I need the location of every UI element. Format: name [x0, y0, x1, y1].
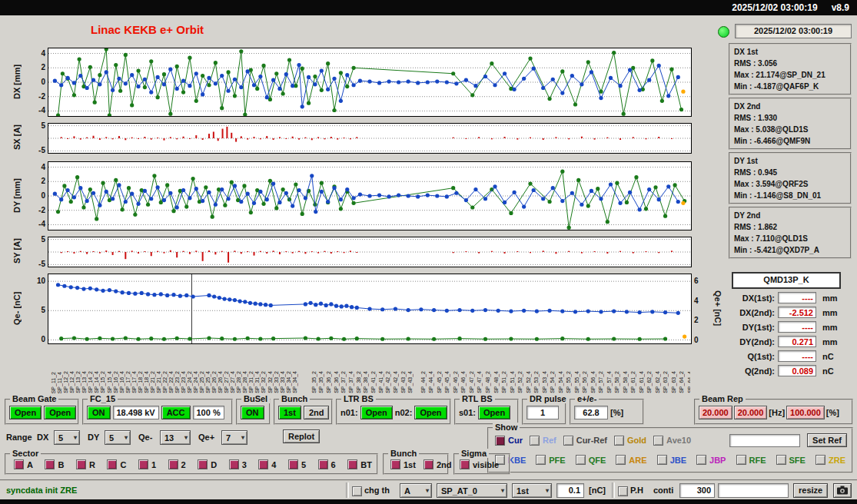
checkbox-item-2nd[interactable]: 2nd: [424, 459, 452, 469]
checkbox-item-rfe[interactable]: RFE: [736, 455, 766, 465]
checkbox-jbe[interactable]: [657, 455, 667, 465]
ltr-n01-open-button[interactable]: Open: [360, 406, 393, 419]
checkbox-item-sfe[interactable]: SFE: [776, 455, 806, 465]
sy-axis-title: SY [A]: [11, 235, 23, 267]
checkbox-item-cur-ref[interactable]: Cur-Ref: [563, 436, 607, 446]
range-qem-select[interactable]: 13▾: [160, 430, 191, 445]
checkbox-item-6[interactable]: 6: [318, 459, 336, 469]
checkbox-are[interactable]: [616, 455, 626, 465]
checkbox-5[interactable]: [288, 459, 298, 469]
checkbox-cur-ref[interactable]: [563, 436, 573, 446]
checkbox-item-zre[interactable]: ZRE: [815, 455, 845, 465]
checkbox-jbp[interactable]: [696, 455, 706, 465]
monitor-selector[interactable]: QMD13P_K: [732, 272, 841, 289]
checkbox-item-1[interactable]: 1: [138, 459, 156, 469]
checkbox-item-bt[interactable]: BT: [347, 459, 372, 469]
checkbox-r[interactable]: [76, 459, 86, 469]
y-tick-label: 2: [28, 63, 45, 71]
threshold-field[interactable]: 0.1: [556, 483, 584, 498]
checkbox-item-visible[interactable]: visible: [460, 459, 499, 469]
checkbox-item-ref[interactable]: Ref: [530, 436, 556, 446]
checkbox-b[interactable]: [45, 459, 55, 469]
bunch-2nd-button[interactable]: 2nd: [304, 406, 330, 419]
snapshot-button[interactable]: [833, 483, 852, 498]
checkbox-3[interactable]: [229, 459, 239, 469]
qe-minus-axis-title: Qe- [nC]: [11, 274, 23, 343]
monitor-row-value: -2.512: [778, 307, 816, 318]
checkbox-item-b[interactable]: B: [45, 459, 64, 469]
resize-button[interactable]: resize: [793, 483, 828, 498]
beam-gate-open-button-1[interactable]: Open: [9, 406, 42, 419]
checkbox-1[interactable]: [138, 459, 148, 469]
y-tick-label: -4: [28, 106, 45, 114]
range-dy-select[interactable]: 5▾: [105, 430, 131, 445]
checkbox-item-4[interactable]: 4: [258, 459, 276, 469]
checkbox-item-r[interactable]: R: [76, 459, 95, 469]
fc15-on-button[interactable]: ON: [87, 406, 111, 419]
fc15-kv-value: 18.498 kV: [113, 406, 159, 419]
checkbox-item-jbp[interactable]: JBP: [696, 455, 726, 465]
set-ref-button[interactable]: Set Ref: [807, 433, 847, 447]
checkbox-chg-th[interactable]: [352, 486, 362, 496]
checkbox-label: visible: [473, 460, 499, 469]
range-dx-select[interactable]: 5▾: [54, 430, 80, 445]
dx-orbit-plot: 420-2-4: [48, 48, 692, 117]
checkbox-item-2[interactable]: 2: [168, 459, 186, 469]
checkbox-cur[interactable]: [495, 436, 505, 446]
dy-axis-title: DY [mm]: [11, 161, 23, 229]
checkbox-item-5[interactable]: 5: [288, 459, 306, 469]
range-qep-select[interactable]: 7▾: [221, 430, 247, 445]
bpm-label: SP_58_2: [614, 371, 619, 393]
fc15-acc-button[interactable]: ACC: [161, 406, 191, 419]
checkbox-ref[interactable]: [530, 436, 540, 446]
checkbox-a[interactable]: [14, 459, 24, 469]
bunch-1st-button[interactable]: 1st: [278, 406, 301, 419]
checkbox-item-are[interactable]: ARE: [616, 455, 646, 465]
group-show: Show CurRefCur-RefGoldAve10 Set Ref KBEP…: [487, 427, 853, 473]
checkbox-item-ave10[interactable]: Ave10: [653, 436, 691, 446]
checkbox-zre[interactable]: [815, 455, 825, 465]
checkbox-item-jbe[interactable]: JBE: [657, 455, 686, 465]
bpm-label: SP_63_2: [663, 371, 668, 393]
checkbox-item-cur[interactable]: Cur: [495, 436, 523, 446]
ref-name-input[interactable]: [729, 434, 800, 447]
checkbox-2[interactable]: [168, 459, 178, 469]
checkbox-item-3[interactable]: 3: [229, 459, 247, 469]
checkbox-item-pfe[interactable]: PFE: [536, 455, 565, 465]
aux-field[interactable]: [718, 483, 789, 498]
busel-on-button[interactable]: ON: [241, 406, 264, 419]
sector-select[interactable]: A▾: [400, 483, 432, 498]
checkbox-visible[interactable]: [460, 459, 470, 469]
checkbox-item-gold[interactable]: Gold: [614, 436, 646, 446]
checkbox-qfe[interactable]: [576, 455, 586, 465]
bunch-order-select[interactable]: 1st▾: [512, 483, 552, 498]
checkbox-item-1st[interactable]: 1st: [390, 459, 416, 469]
checkbox-item-a[interactable]: A: [14, 459, 33, 469]
sector-items: ABRC12D3456BT: [14, 459, 372, 469]
checkbox-2nd[interactable]: [424, 459, 433, 469]
checkbox-bt[interactable]: [347, 459, 357, 469]
checkbox-d[interactable]: [198, 459, 208, 469]
conti-count-field[interactable]: 300: [679, 483, 715, 498]
dx-axis-title: DX [mm]: [11, 48, 23, 115]
checkbox-item-qfe[interactable]: QFE: [576, 455, 606, 465]
checkbox-rfe[interactable]: [736, 455, 746, 465]
checkbox-label: KBE: [508, 456, 526, 465]
checkbox-1st[interactable]: [390, 459, 400, 469]
checkbox-ave10[interactable]: [653, 436, 663, 446]
checkbox-6[interactable]: [318, 459, 328, 469]
checkbox-ph[interactable]: [618, 486, 628, 496]
checkbox-4[interactable]: [258, 459, 268, 469]
monitor-name-select[interactable]: SP_AT_0▾: [437, 483, 507, 498]
checkbox-sfe[interactable]: [776, 455, 786, 465]
checkbox-c[interactable]: [107, 459, 117, 469]
bpm-label: SP_12_2: [63, 371, 68, 393]
ltr-n02-open-button[interactable]: Open: [414, 406, 447, 419]
replot-button[interactable]: Replot: [283, 429, 320, 443]
checkbox-gold[interactable]: [614, 436, 624, 446]
rtl-s01-open-button[interactable]: Open: [478, 406, 510, 419]
beam-gate-open-button-2[interactable]: Open: [44, 406, 76, 419]
checkbox-item-c[interactable]: C: [107, 459, 126, 469]
checkbox-pfe[interactable]: [536, 455, 546, 465]
checkbox-item-d[interactable]: D: [198, 459, 217, 469]
